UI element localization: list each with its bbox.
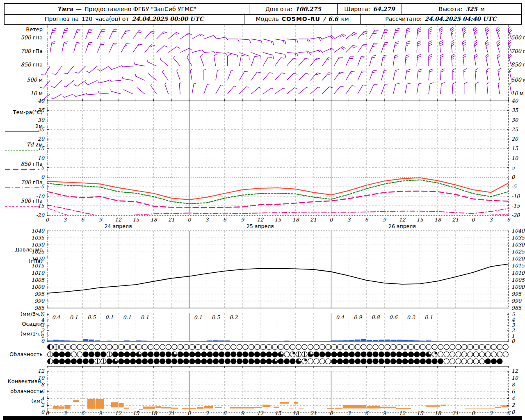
cloud-row-0 [48, 345, 509, 350]
cloud-row-2 [48, 359, 502, 364]
cloud-cell [148, 352, 153, 357]
cloud-cell [278, 345, 283, 350]
conv-cloud-bar [299, 409, 304, 409]
svg-text:8: 8 [511, 381, 515, 388]
cloud-cell [101, 352, 106, 357]
precip-1h-unit-label: (мм/1ч.) [3, 331, 43, 337]
cloud-cell [71, 345, 76, 350]
svg-text:1035: 1035 [511, 235, 525, 241]
cloud-cell [485, 359, 491, 364]
temp-legend-td2m: Td 2м [3, 142, 43, 148]
conv-cloud-bar [111, 402, 119, 407]
precip-bar [379, 340, 384, 341]
cloud-cell [461, 352, 467, 357]
cloud-cell [53, 359, 59, 364]
cloud-cell [414, 359, 420, 364]
cloud-cell [361, 359, 366, 364]
cloud-cell [349, 359, 354, 364]
svg-text:0.2: 0.2 [229, 314, 238, 320]
precip-bar [355, 340, 360, 341]
precip-bar [373, 340, 378, 341]
cloud-cell [77, 345, 82, 350]
cloud-cell [402, 359, 408, 364]
svg-text:10: 10 [511, 375, 518, 381]
svg-text:12: 12 [115, 217, 122, 223]
cloud-cell [65, 352, 71, 357]
precip-bar [107, 341, 112, 341]
svg-text:15: 15 [511, 145, 518, 151]
cloud-cell [290, 359, 295, 364]
conv-cloud-bar [322, 409, 326, 409]
wind-row-10м [40, 82, 511, 100]
cloud-cell [260, 352, 266, 357]
cloud-cell [112, 352, 118, 357]
cloud-cell [308, 345, 313, 350]
cloud-cell [272, 352, 278, 357]
conv-cloud-bar [65, 405, 70, 409]
precip-bar [326, 341, 331, 341]
cloud-cell [444, 359, 449, 364]
svg-text:12: 12 [257, 410, 264, 416]
precip-bar [331, 341, 336, 341]
cloud-cell [450, 352, 455, 357]
cloud-cell [337, 359, 342, 364]
cloud-cell [231, 359, 236, 364]
cloud-cell [219, 359, 224, 364]
svg-text:1040: 1040 [511, 228, 525, 234]
svg-text:6: 6 [365, 217, 369, 223]
cloud-cell [255, 352, 260, 357]
svg-text:2: 2 [511, 402, 515, 408]
cloud-cell [284, 352, 290, 357]
temp-legend-td2m-line [4, 149, 40, 151]
cloud-cell [243, 352, 248, 357]
cloud-cell [390, 345, 396, 350]
conv-cloud-bar [280, 402, 289, 404]
svg-text:990: 990 [34, 298, 45, 304]
svg-text:0: 0 [329, 410, 333, 416]
svg-text:0: 0 [511, 338, 515, 344]
cloud-cell [308, 359, 313, 364]
cloud-cell [148, 345, 153, 350]
cloud-cell [343, 352, 349, 357]
svg-text:12: 12 [115, 410, 122, 416]
svg-text:15: 15 [132, 410, 139, 416]
svg-text:0: 0 [46, 410, 49, 416]
svg-text:3: 3 [489, 217, 493, 223]
svg-text:6: 6 [511, 388, 515, 395]
conv-cloud-bar [426, 405, 440, 406]
cloud-cell [402, 345, 408, 350]
wind-barbs [47, 99, 509, 101]
precip-bar [59, 340, 64, 341]
conv-cloud-bar [143, 406, 155, 409]
cloud-cell [71, 359, 76, 364]
cloud-cell [183, 345, 189, 350]
cloud-cell [59, 352, 65, 357]
cloud-cell [260, 345, 266, 350]
cloud-cell [266, 352, 272, 357]
svg-text:0: 0 [511, 409, 515, 415]
cloud-cell [225, 345, 230, 350]
conv-cloud-bar [182, 408, 196, 409]
precip-bar [397, 340, 402, 341]
conv-cloud-bar [119, 403, 124, 408]
svg-text:15: 15 [275, 410, 282, 416]
svg-text:6: 6 [365, 410, 369, 416]
svg-text:9: 9 [241, 410, 244, 416]
cloud-cell [130, 352, 136, 357]
conv-cloud-bar [476, 409, 495, 409]
cloud-cell [178, 345, 183, 350]
precip-bar [320, 341, 324, 341]
temp-legend-500hpa: 500 гПа [3, 198, 43, 204]
conv-cloud-bar [73, 400, 78, 402]
svg-text:1000: 1000 [31, 284, 45, 290]
precip-bar [237, 341, 242, 341]
conv-cloud-bar [171, 408, 178, 409]
precip-bar [130, 341, 135, 341]
cloud-cell [326, 359, 331, 364]
conv-cloud-bar [215, 407, 222, 408]
svg-text:0: 0 [329, 217, 333, 223]
svg-text:-15: -15 [511, 203, 520, 209]
cloud-cell [373, 352, 378, 357]
cloud-cell [207, 345, 212, 350]
cloud-cell [59, 345, 65, 350]
